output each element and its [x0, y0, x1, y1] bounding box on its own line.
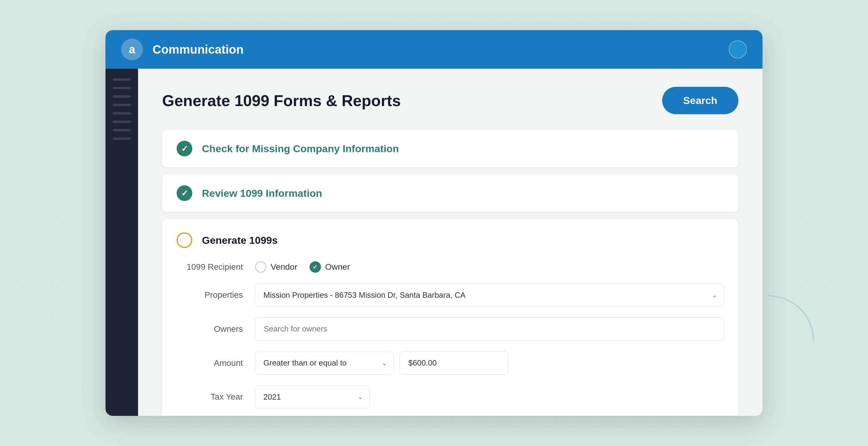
properties-controls: ⌄ Mission Properties - 86753 Mission Dr,… [255, 284, 724, 307]
step3-pending-icon [177, 232, 192, 248]
header: a Communication [105, 30, 763, 69]
app-logo: a [121, 39, 143, 60]
sidebar-line-1 [113, 78, 131, 81]
properties-label: Properties [177, 290, 255, 300]
sidebar [105, 69, 138, 416]
step2-card[interactable]: Review 1099 Information [162, 174, 738, 212]
user-avatar[interactable] [729, 40, 747, 59]
owner-radio-button[interactable] [310, 261, 321, 273]
owner-radio-label: Owner [325, 262, 350, 272]
recipient-label: 1099 Recipient [177, 262, 255, 272]
step3-section: Generate 1099s 1099 Recipient Vendor Own… [162, 219, 738, 416]
recipient-controls: Vendor Owner [255, 261, 724, 273]
amount-row: Amount ⌄ Greater than or equal to [177, 351, 724, 375]
owner-radio-item[interactable]: Owner [310, 261, 350, 273]
sidebar-line-7 [113, 129, 131, 131]
sidebar-line-8 [113, 137, 131, 140]
amount-label: Amount [177, 358, 255, 368]
tax-year-select-wrapper: ⌄ 2021 [255, 385, 370, 408]
main-content: Generate 1099 Forms & Reports Search Che… [138, 69, 763, 416]
owners-row: Owners [177, 317, 724, 341]
step3-label: Generate 1099s [202, 234, 278, 246]
vendor-radio-label: Vendor [271, 262, 298, 272]
step2-check-icon [177, 185, 192, 201]
tax-year-select[interactable] [255, 385, 370, 408]
sidebar-line-3 [113, 95, 131, 98]
properties-select-wrapper: ⌄ Mission Properties - 86753 Mission Dr,… [255, 284, 724, 307]
vendor-radio-item[interactable]: Vendor [255, 261, 298, 273]
search-button[interactable]: Search [662, 87, 738, 114]
page-title: Generate 1099 Forms & Reports [162, 92, 401, 110]
step1-label: Check for Missing Company Information [202, 143, 399, 155]
sidebar-line-4 [113, 104, 131, 106]
properties-row: Properties ⌄ Mission Properties - 86753 … [177, 284, 724, 307]
step3-header: Generate 1099s [177, 232, 724, 248]
app-title: Communication [153, 43, 719, 56]
tax-year-row: Tax Year ⌄ 2021 [177, 385, 724, 408]
sidebar-line-6 [113, 121, 131, 123]
app-window: a Communication Generate 1099 Forms & Re… [105, 30, 763, 416]
step1-card[interactable]: Check for Missing Company Information [162, 130, 738, 167]
owners-controls [255, 317, 724, 341]
vendor-radio-button[interactable] [255, 261, 267, 273]
sidebar-line-2 [113, 87, 131, 89]
amount-value-input[interactable] [400, 351, 508, 375]
page-header-row: Generate 1099 Forms & Reports Search [162, 87, 738, 114]
properties-select[interactable] [255, 284, 724, 307]
step2-label: Review 1099 Information [202, 187, 322, 199]
recipient-row: 1099 Recipient Vendor Owner [177, 261, 724, 273]
body-layout: Generate 1099 Forms & Reports Search Che… [105, 69, 763, 416]
owners-search-input[interactable] [255, 317, 724, 341]
owners-label: Owners [177, 324, 255, 334]
tax-year-label: Tax Year [177, 392, 255, 402]
tax-year-controls: ⌄ 2021 [255, 385, 724, 408]
step1-check-icon [177, 141, 192, 156]
sidebar-line-5 [113, 112, 131, 115]
amount-operator-select[interactable] [255, 352, 394, 375]
amount-controls: ⌄ Greater than or equal to [255, 351, 724, 375]
amount-operator-wrapper: ⌄ Greater than or equal to [255, 352, 394, 375]
